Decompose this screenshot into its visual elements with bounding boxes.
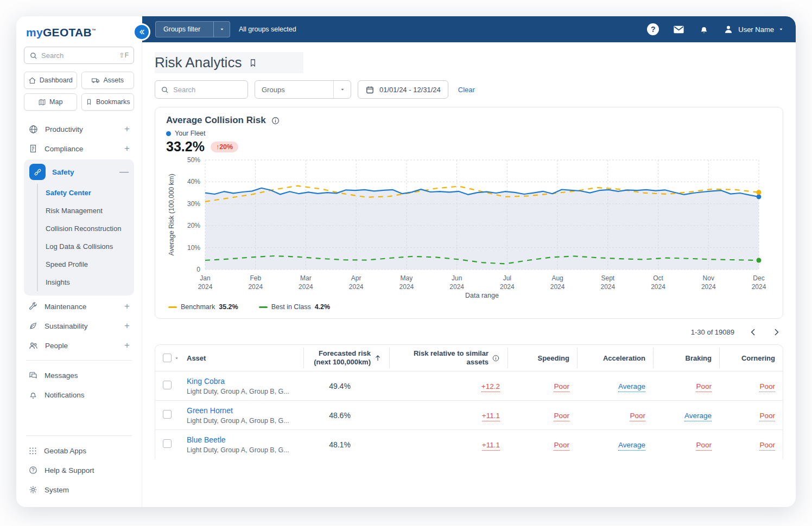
assets-button[interactable]: Assets: [81, 72, 135, 89]
expand-plus-icon[interactable]: +: [124, 340, 130, 351]
acceleration-rating[interactable]: Average: [618, 382, 645, 392]
help-icon[interactable]: ?: [647, 23, 659, 35]
expand-plus-icon[interactable]: +: [124, 124, 130, 134]
groups-filter-button[interactable]: Groups filter: [155, 21, 230, 37]
acceleration-rating[interactable]: Poor: [630, 412, 645, 421]
sidebar-item-help-support[interactable]: Help & Support: [24, 460, 134, 480]
map-button[interactable]: Map: [24, 93, 77, 111]
productivity-label: Productivity: [45, 125, 83, 133]
sidebar-item-system[interactable]: System: [24, 480, 134, 499]
sidebar-item-risk-management[interactable]: Risk Management: [38, 202, 131, 220]
mail-icon[interactable]: [673, 23, 685, 36]
sidebar-item-safety[interactable]: Safety —: [27, 162, 131, 182]
asset-link[interactable]: King Cobra: [187, 377, 225, 386]
dashboard-button[interactable]: Dashboard: [24, 72, 77, 89]
chevron-down-icon[interactable]: [213, 22, 230, 37]
svg-text:Nov: Nov: [703, 274, 714, 282]
sidebar-item-insights[interactable]: Insights: [38, 273, 131, 291]
header-cornering[interactable]: Cornering: [719, 345, 783, 371]
notifications-label: Notifications: [45, 391, 85, 399]
sidebar-search[interactable]: ⇧F: [24, 47, 134, 64]
header-risk-relative[interactable]: Risk relative to similar assets: [389, 345, 507, 371]
previous-page-button[interactable]: [748, 328, 758, 337]
sidebar-collapse-button[interactable]: [133, 23, 150, 41]
svg-text:10%: 10%: [187, 244, 200, 252]
page-title: Risk Analytics: [155, 54, 242, 71]
expand-plus-icon[interactable]: +: [124, 143, 130, 154]
sidebar-item-notifications[interactable]: Notifications: [24, 385, 134, 405]
sidebar-item-people[interactable]: People +: [24, 336, 134, 355]
sidebar-item-speed-profile[interactable]: Speed Profile: [38, 255, 131, 273]
collapse-minus-icon[interactable]: —: [119, 166, 129, 177]
cornering-rating[interactable]: Poor: [759, 382, 775, 392]
sidebar-item-log-data-collisions[interactable]: Log Data & Collisions: [38, 238, 131, 255]
braking-rating[interactable]: Poor: [696, 382, 712, 392]
svg-text:30%: 30%: [187, 200, 200, 208]
row-checkbox[interactable]: [163, 439, 172, 448]
cornering-rating[interactable]: Poor: [759, 412, 775, 421]
speeding-rating[interactable]: Poor: [554, 412, 569, 421]
header-braking[interactable]: Braking: [653, 345, 719, 371]
next-page-button[interactable]: [772, 328, 781, 337]
braking-rating[interactable]: Poor: [696, 441, 712, 451]
asset-link[interactable]: Green Hornet: [187, 406, 233, 415]
people-icon: [28, 341, 39, 351]
user-menu[interactable]: User Name: [723, 24, 784, 35]
sidebar-item-collision-reconstruction[interactable]: Collision Reconstruction: [38, 220, 131, 238]
row-checkbox[interactable]: [163, 410, 172, 419]
acceleration-rating[interactable]: Average: [618, 441, 645, 451]
chevron-down-icon[interactable]: [174, 356, 179, 361]
svg-text:Jan: Jan: [200, 274, 210, 282]
clear-filters-link[interactable]: Clear: [458, 86, 475, 94]
header-forecasted-risk[interactable]: Forecasted risk (next 100,000km): [303, 345, 389, 371]
relative-risk-value[interactable]: +12.2: [481, 382, 500, 392]
table-search-input[interactable]: [173, 86, 242, 94]
header-speeding[interactable]: Speeding: [507, 345, 577, 371]
legend-dash: [168, 306, 177, 308]
sort-ascending-icon[interactable]: [374, 354, 382, 362]
sidebar-item-sustainability[interactable]: Sustainability +: [24, 316, 134, 336]
bookmark-icon[interactable]: [248, 58, 258, 68]
sidebar-item-maintenance[interactable]: Maintenance +: [24, 297, 134, 316]
row-checkbox[interactable]: [163, 381, 172, 389]
sidebar-search-input[interactable]: [41, 52, 116, 60]
collision-risk-chart: 010%20%30%40%50%Jan2024Feb2024Mar2024Apr…: [166, 156, 770, 300]
info-icon[interactable]: [492, 354, 500, 362]
expand-plus-icon[interactable]: +: [124, 301, 130, 312]
chevron-down-icon[interactable]: [333, 81, 351, 98]
relative-risk-value[interactable]: +11.1: [482, 412, 500, 421]
sidebar-item-geotab-apps[interactable]: Geotab Apps: [24, 441, 134, 460]
person-icon: [723, 24, 734, 35]
calendar-icon: [365, 85, 375, 94]
speeding-rating[interactable]: Poor: [554, 441, 569, 451]
sidebar-item-compliance[interactable]: Compliance +: [24, 139, 134, 158]
sidebar-item-productivity[interactable]: Productivity +: [24, 119, 134, 139]
date-range-picker[interactable]: 01/01/24 - 12/31/24: [358, 80, 448, 99]
expand-plus-icon[interactable]: +: [124, 320, 130, 331]
braking-rating[interactable]: Average: [684, 412, 712, 421]
sidebar-item-messages[interactable]: Messages: [24, 365, 134, 385]
speeding-rating[interactable]: Poor: [554, 382, 569, 392]
table-search[interactable]: [155, 80, 248, 99]
svg-text:Average Risk (100,000 km): Average Risk (100,000 km): [168, 174, 175, 255]
svg-text:Feb: Feb: [250, 274, 261, 282]
asset-link[interactable]: Blue Beetle: [187, 435, 226, 444]
sidebar-item-safety-center[interactable]: Safety Center: [38, 184, 131, 202]
relative-risk-value[interactable]: +11.1: [482, 441, 500, 451]
table-header-row: Asset Forecasted risk (next 100,000km) R…: [155, 345, 783, 371]
asset-groups: Light Duty, Group A, Group B, G...: [187, 417, 303, 425]
svg-text:May: May: [401, 274, 413, 282]
header-acceleration[interactable]: Acceleration: [577, 345, 653, 371]
svg-text:Data range: Data range: [465, 292, 499, 299]
risk-delta-badge: ↑20%: [211, 142, 238, 152]
table-row: Blue Beetle Light Duty, Group A, Group B…: [155, 429, 783, 459]
bookmarks-button[interactable]: Bookmarks: [81, 93, 135, 111]
cornering-rating[interactable]: Poor: [759, 441, 775, 451]
header-asset[interactable]: Asset: [187, 345, 303, 371]
safety-section: Safety — Safety Center Risk Management C…: [24, 159, 134, 296]
info-icon[interactable]: [271, 116, 280, 125]
select-all-checkbox[interactable]: [163, 354, 172, 362]
globe-icon: [28, 124, 39, 134]
groups-select[interactable]: Groups: [255, 80, 351, 99]
bell-icon[interactable]: [699, 24, 709, 35]
